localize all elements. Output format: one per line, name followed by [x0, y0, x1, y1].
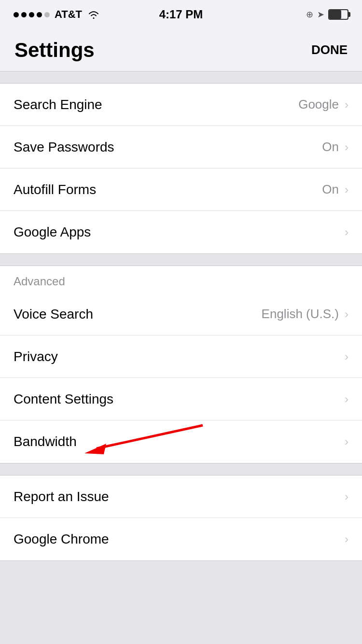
- svg-marker-1: [84, 444, 106, 454]
- setting-row-content-settings[interactable]: Content Settings›: [0, 378, 362, 420]
- done-button[interactable]: DONE: [311, 42, 348, 57]
- wifi-icon: [87, 9, 100, 20]
- setting-right-autofill-forms: On›: [322, 182, 348, 197]
- setting-value-autofill-forms: On: [322, 182, 339, 197]
- setting-row-report-issue[interactable]: Report an Issue›: [0, 476, 362, 518]
- chevron-icon-autofill-forms: ›: [345, 183, 348, 196]
- section-header-advanced: Advanced: [0, 266, 362, 293]
- setting-label-google-chrome: Google Chrome: [14, 532, 109, 547]
- status-left: AT&T: [14, 8, 100, 21]
- setting-row-save-passwords[interactable]: Save PasswordsOn›: [0, 126, 362, 168]
- section-other: Report an Issue›Google Chrome›: [0, 475, 362, 561]
- setting-row-privacy[interactable]: Privacy›: [0, 336, 362, 378]
- chevron-icon-search-engine: ›: [345, 98, 348, 112]
- setting-row-google-chrome[interactable]: Google Chrome›: [0, 518, 362, 560]
- setting-right-report-issue: ›: [345, 490, 348, 504]
- setting-row-voice-search[interactable]: Voice SearchEnglish (U.S.)›: [0, 293, 362, 336]
- page-header: Settings DONE: [0, 29, 362, 71]
- setting-label-voice-search: Voice Search: [14, 307, 93, 322]
- setting-right-search-engine: Google›: [298, 97, 348, 112]
- page-title: Settings: [14, 39, 95, 62]
- section-advanced: AdvancedVoice SearchEnglish (U.S.)›Priva…: [0, 266, 362, 463]
- setting-label-autofill-forms: Autofill Forms: [14, 182, 96, 197]
- setting-row-search-engine[interactable]: Search EngineGoogle›: [0, 84, 362, 126]
- chevron-icon-report-issue: ›: [345, 490, 348, 504]
- setting-label-privacy: Privacy: [14, 349, 58, 364]
- setting-label-save-passwords: Save Passwords: [14, 140, 114, 155]
- setting-right-google-apps: ›: [345, 225, 348, 239]
- setting-value-save-passwords: On: [322, 140, 339, 154]
- chevron-icon-bandwidth: ›: [345, 435, 348, 448]
- setting-right-privacy: ›: [345, 350, 348, 364]
- setting-label-google-apps: Google Apps: [14, 224, 91, 240]
- battery-icon: [328, 9, 348, 20]
- setting-value-search-engine: Google: [298, 97, 339, 112]
- carrier-label: AT&T: [55, 8, 82, 21]
- settings-content: Search EngineGoogle›Save PasswordsOn›Aut…: [0, 71, 362, 573]
- setting-label-report-issue: Report an Issue: [14, 489, 109, 504]
- status-bar: AT&T 4:17 PM ⊕ ➤: [0, 0, 362, 29]
- setting-label-search-engine: Search Engine: [14, 97, 102, 112]
- setting-right-voice-search: English (U.S.)›: [262, 307, 348, 322]
- chevron-icon-save-passwords: ›: [345, 140, 348, 154]
- signal-dots: [14, 12, 50, 17]
- chevron-icon-google-chrome: ›: [345, 532, 348, 546]
- setting-row-autofill-forms[interactable]: Autofill FormsOn›: [0, 168, 362, 211]
- chevron-icon-content-settings: ›: [345, 392, 348, 406]
- setting-right-bandwidth: ›: [345, 435, 348, 448]
- setting-right-content-settings: ›: [345, 392, 348, 406]
- lock-icon: ⊕: [306, 9, 313, 20]
- setting-value-voice-search: English (U.S.): [262, 307, 339, 322]
- status-time: 4:17 PM: [159, 8, 203, 21]
- setting-right-save-passwords: On›: [322, 140, 348, 154]
- svg-line-0: [97, 425, 203, 448]
- setting-label-content-settings: Content Settings: [14, 392, 113, 407]
- chevron-icon-privacy: ›: [345, 350, 348, 364]
- setting-row-bandwidth[interactable]: Bandwidth›: [0, 420, 362, 463]
- location-icon: ➤: [317, 9, 324, 20]
- status-right: ⊕ ➤: [306, 9, 348, 20]
- section-general: Search EngineGoogle›Save PasswordsOn›Aut…: [0, 83, 362, 254]
- setting-label-bandwidth: Bandwidth: [14, 434, 77, 449]
- setting-row-google-apps[interactable]: Google Apps›: [0, 211, 362, 253]
- setting-right-google-chrome: ›: [345, 532, 348, 546]
- chevron-icon-google-apps: ›: [345, 225, 348, 239]
- chevron-icon-voice-search: ›: [345, 308, 348, 321]
